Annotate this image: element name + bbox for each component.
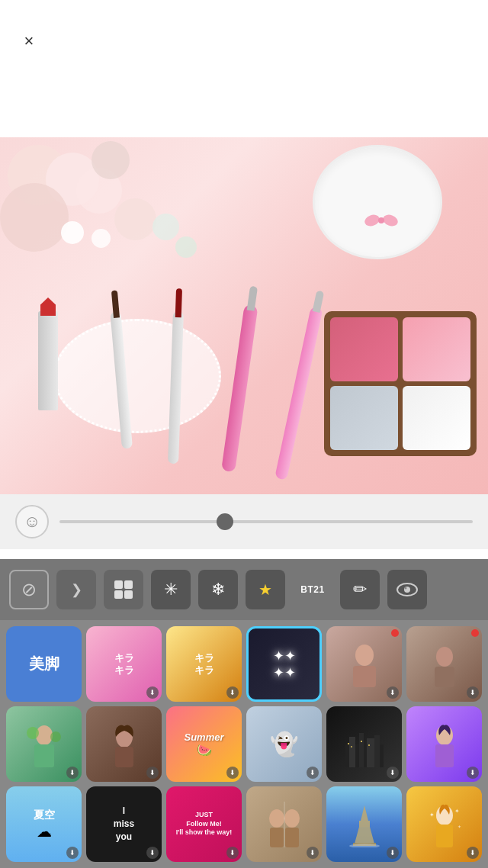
filter-star2[interactable]: ❄ [198,570,238,609]
filter-bt21-star[interactable]: ★ [246,570,285,609]
svg-point-14 [50,731,61,742]
svg-text:✦: ✦ [454,808,460,815]
face-icon[interactable]: ☺ [15,505,49,538]
svg-rect-27 [435,744,454,767]
svg-rect-0 [114,580,123,589]
sticker-summer[interactable]: Summer 🍉 ⬇ [166,706,242,782]
slider-area: ☺ [0,494,488,549]
new-dot [391,629,399,637]
photo-area [0,137,488,494]
svg-point-13 [27,727,39,739]
sticker-black-city[interactable]: ⬇ [326,706,402,782]
svg-point-7 [355,645,374,666]
svg-rect-24 [361,741,362,742]
svg-rect-25 [368,744,370,746]
svg-rect-31 [285,828,299,847]
svg-point-6 [405,587,407,590]
svg-point-9 [436,647,453,667]
sticker-glitter[interactable]: ✦✦✦✦ [246,626,322,702]
sticker-grid: 美脚 キラキラ ⬇ キラキラ ⬇ ✦✦✦✦ ⬇ [0,620,488,868]
sticker-girl-brown[interactable]: ⬇ [86,706,162,782]
svg-rect-23 [351,746,352,747]
svg-rect-8 [353,666,376,687]
svg-rect-21 [374,735,380,767]
svg-point-28 [269,809,284,828]
svg-rect-3 [124,590,133,599]
filter-arrow[interactable]: ❯ [56,570,96,609]
svg-text:✦: ✦ [429,812,435,818]
svg-rect-19 [359,733,364,767]
new-dot [471,629,479,637]
filter-row: ⊘ ❯ ✳ ❄ ★ BT21 ✏ [0,559,488,620]
filter-none[interactable]: ⊘ [9,570,49,609]
slider-track[interactable] [59,520,473,523]
filter-eye[interactable] [387,570,427,609]
svg-rect-18 [349,737,355,767]
bottom-panel: ⊘ ❯ ✳ ❄ ★ BT21 ✏ [0,559,488,868]
svg-marker-33 [361,805,368,821]
sticker-sky-cloud[interactable]: 夏空 ☁ ⬇ [6,786,82,862]
sticker-follow-me[interactable]: JUSTFollow Me!I'll show the way! ⬇ [166,786,242,862]
sticker-kirakira2[interactable]: キラキラ ⬇ [166,626,242,702]
svg-rect-20 [367,738,374,767]
sticker-eiffel[interactable]: ⬇ [326,786,402,862]
svg-text:✦: ✦ [458,825,461,829]
svg-rect-39 [436,825,453,847]
svg-marker-35 [355,827,374,844]
svg-rect-10 [435,667,454,687]
sticker-mirror-girl[interactable]: ⬇ [246,786,322,862]
sticker-photo-girl2[interactable]: ⬇ [406,626,482,702]
svg-rect-1 [124,580,133,589]
filter-bt21[interactable]: BT21 [293,570,332,609]
slider-thumb[interactable] [217,513,233,530]
filter-brush[interactable]: ✏ [340,570,380,609]
sticker-kirakira1[interactable]: キラキラ ⬇ [86,626,162,702]
sticker-miss-you[interactable]: Imissyou ⬇ [86,786,162,862]
svg-rect-12 [34,744,54,767]
sticker-ghost[interactable]: 👻 ⬇ [246,706,322,782]
sticker-girl-green[interactable]: ⬇ [6,706,82,782]
sticker-golden-girl[interactable]: ✦ ✦ ✦ ⬇ [406,786,482,862]
sticker-purple-girl[interactable]: ⬇ [406,706,482,782]
svg-rect-22 [348,743,349,744]
svg-rect-2 [114,590,123,599]
sticker-photo-girl1[interactable]: ⬇ [326,626,402,702]
sticker-meizhao[interactable]: 美脚 [6,626,82,702]
filter-grid[interactable] [104,570,143,609]
filter-star1[interactable]: ✳ [151,570,191,609]
svg-rect-29 [270,828,284,847]
close-button[interactable]: × [15,27,43,55]
svg-rect-34 [359,821,370,827]
top-bar: × [0,0,488,137]
svg-rect-16 [115,747,133,767]
svg-point-30 [284,809,300,828]
